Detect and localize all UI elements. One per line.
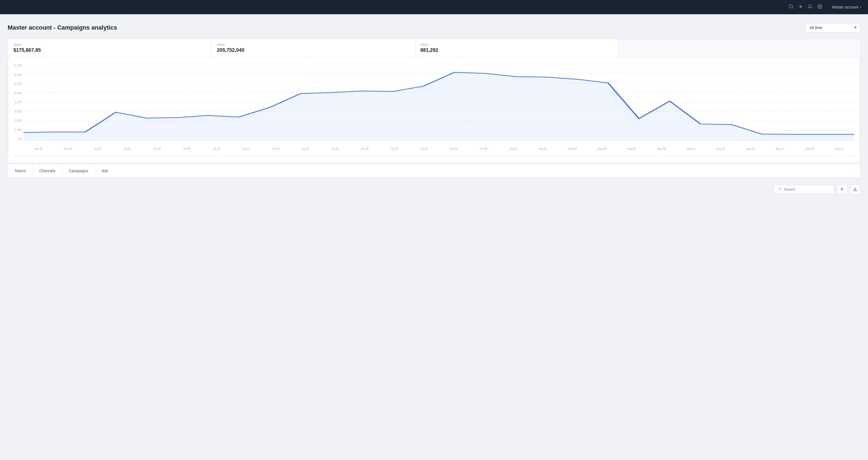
stats-card: Spent $175,867.85 Views 205,752,040 Clic… xyxy=(8,39,860,163)
account-name: Master account xyxy=(832,5,859,9)
chart-wrap: 7501,5002,2503,0003,7504,5005,2506,0006,… xyxy=(24,64,854,151)
chevron-down-icon: ▾ xyxy=(860,6,861,9)
x-axis-label: Jul 08 xyxy=(172,147,202,150)
stat-clicks: Clicks 881,292 xyxy=(415,39,618,57)
time-filter-wrapper: All time Last 7 days Last 30 days Last 9… xyxy=(806,23,860,32)
x-axis: Jun 28Jun 30Jul 02Jul 04Jul 06Jul 08Jul … xyxy=(24,141,854,151)
tab-teams[interactable]: Teams xyxy=(8,164,33,177)
x-axis-label: Aug 03 xyxy=(557,147,587,150)
download-button[interactable] xyxy=(850,185,860,194)
clicks-label: Clicks xyxy=(420,43,613,46)
x-axis-label: Jul 12 xyxy=(231,147,261,150)
views-label: Views xyxy=(217,43,409,46)
account-selector[interactable]: Master account ▾ xyxy=(832,5,861,9)
search-icon[interactable] xyxy=(788,4,794,10)
page-header: Master account - Campaigns analytics All… xyxy=(8,23,860,32)
time-filter-select[interactable]: All time Last 7 days Last 30 days Last 9… xyxy=(806,23,860,32)
main-content: Master account - Campaigns analytics All… xyxy=(0,14,868,203)
search-input[interactable] xyxy=(784,187,830,191)
x-axis-label: Jul 28 xyxy=(468,147,498,150)
x-axis-label: Jul 24 xyxy=(409,147,439,150)
svg-point-3 xyxy=(819,6,820,7)
svg-point-0 xyxy=(789,5,793,8)
x-axis-label: Aug 01 xyxy=(528,147,557,150)
x-axis-label: Aug 19 xyxy=(795,147,825,150)
line-chart xyxy=(24,64,854,141)
y-axis-label: 1,500 xyxy=(10,128,22,131)
svg-line-1 xyxy=(792,7,793,8)
spent-label: Spent xyxy=(13,43,206,46)
header: Master account ▾ xyxy=(0,0,868,14)
search-icon-sm xyxy=(778,187,782,191)
x-axis-label: Jul 20 xyxy=(350,147,379,150)
bell-icon[interactable] xyxy=(808,4,812,10)
y-axis-label: 6,000 xyxy=(10,73,22,76)
x-axis-label: Aug 15 xyxy=(736,147,765,150)
page-title: Master account - Campaigns analytics xyxy=(8,24,117,31)
svg-line-5 xyxy=(781,189,781,190)
stats-row: Spent $175,867.85 Views 205,752,040 Clic… xyxy=(8,39,860,57)
y-axis: 7501,5002,2503,0003,7504,5005,2506,0006,… xyxy=(10,64,22,141)
settings-icon[interactable] xyxy=(817,4,822,10)
x-axis-label: Jul 26 xyxy=(439,147,468,150)
stat-views: Views 205,752,040 xyxy=(211,39,415,57)
y-axis-label: 5,250 xyxy=(10,82,22,86)
bolt-icon[interactable] xyxy=(799,4,803,10)
x-axis-label: Jun 30 xyxy=(53,147,83,150)
stat-spent: Spent $175,867.85 xyxy=(8,39,211,57)
search-box xyxy=(774,185,834,193)
tab-campaigns[interactable]: Campaigns xyxy=(62,164,95,177)
x-axis-label: Jul 14 xyxy=(261,147,290,150)
x-axis-label: Aug 09 xyxy=(647,147,676,150)
y-axis-label: 750 xyxy=(10,137,22,141)
svg-marker-2 xyxy=(799,5,802,8)
x-axis-label: Jul 10 xyxy=(202,147,231,150)
x-axis-label: Jul 06 xyxy=(142,147,172,150)
x-axis-label: Aug 07 xyxy=(617,147,647,150)
clicks-value: 881,292 xyxy=(420,48,613,53)
tab-channels[interactable]: Channels xyxy=(33,164,62,177)
x-axis-label: Jun 28 xyxy=(24,147,53,150)
columns-button[interactable] xyxy=(837,185,847,194)
x-axis-label: Jul 16 xyxy=(290,147,320,150)
x-axis-label: Aug 21 xyxy=(825,147,854,150)
x-axis-label: Jul 04 xyxy=(113,147,142,150)
x-axis-label: Jul 18 xyxy=(320,147,350,150)
views-value: 205,752,040 xyxy=(217,48,409,53)
tab-ads[interactable]: Ads xyxy=(95,164,115,177)
y-axis-label: 2,250 xyxy=(10,119,22,122)
y-axis-label: 4,500 xyxy=(10,91,22,95)
chart-area-fill xyxy=(24,72,854,141)
stat-empty xyxy=(618,39,860,57)
header-icons xyxy=(788,4,822,10)
x-axis-label: Aug 11 xyxy=(676,147,706,150)
x-axis-label: Aug 13 xyxy=(706,147,736,150)
chart-container: 7501,5002,2503,0003,7504,5005,2506,0006,… xyxy=(8,57,860,156)
y-axis-label: 3,750 xyxy=(10,100,22,104)
tabs-row: TeamsChannelsCampaignsAds xyxy=(8,164,860,178)
x-axis-label: Aug 17 xyxy=(765,147,795,150)
x-axis-label: Aug 05 xyxy=(587,147,617,150)
svg-point-4 xyxy=(779,188,781,190)
x-axis-label: Jul 30 xyxy=(498,147,528,150)
spent-value: $175,867.85 xyxy=(13,48,206,53)
x-axis-label: Jul 02 xyxy=(83,147,113,150)
bottom-bar xyxy=(8,182,860,196)
y-axis-label: 6,750 xyxy=(10,64,22,67)
x-axis-label: Jul 22 xyxy=(379,147,409,150)
y-axis-label: 3,000 xyxy=(10,110,22,113)
tabs-section: TeamsChannelsCampaignsAds xyxy=(8,164,860,178)
